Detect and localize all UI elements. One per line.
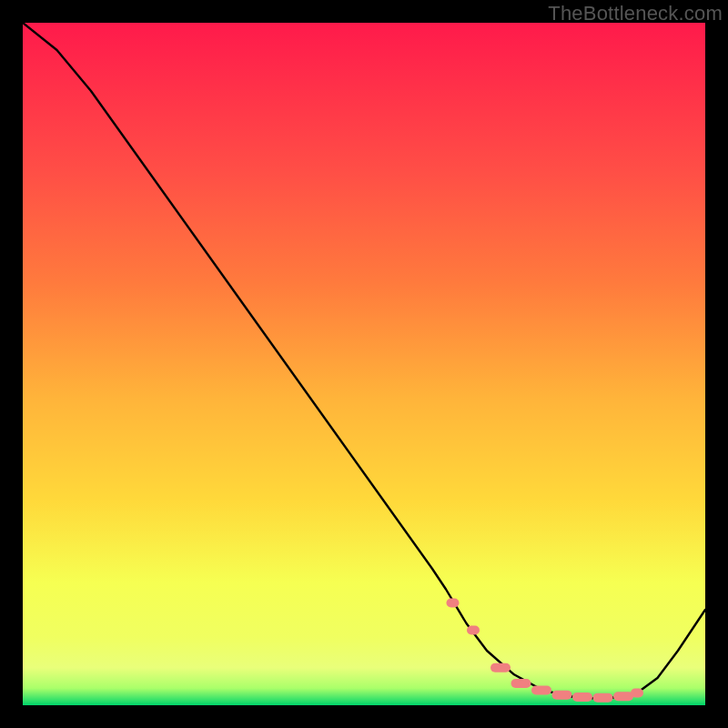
chart-frame: TheBottleneck.com xyxy=(0,0,728,728)
plot-area xyxy=(23,23,705,705)
highlight-dot xyxy=(490,663,511,672)
highlight-dot xyxy=(613,692,633,701)
svg-rect-0 xyxy=(23,23,705,705)
chart-svg xyxy=(23,23,705,705)
highlight-dot xyxy=(531,686,551,695)
highlight-dot xyxy=(447,599,460,608)
highlight-dot xyxy=(572,693,592,702)
highlight-dot xyxy=(552,691,572,700)
highlight-dot xyxy=(593,693,613,703)
highlight-dot xyxy=(467,626,480,635)
highlight-dot xyxy=(511,679,531,688)
highlight-dot xyxy=(631,689,643,698)
